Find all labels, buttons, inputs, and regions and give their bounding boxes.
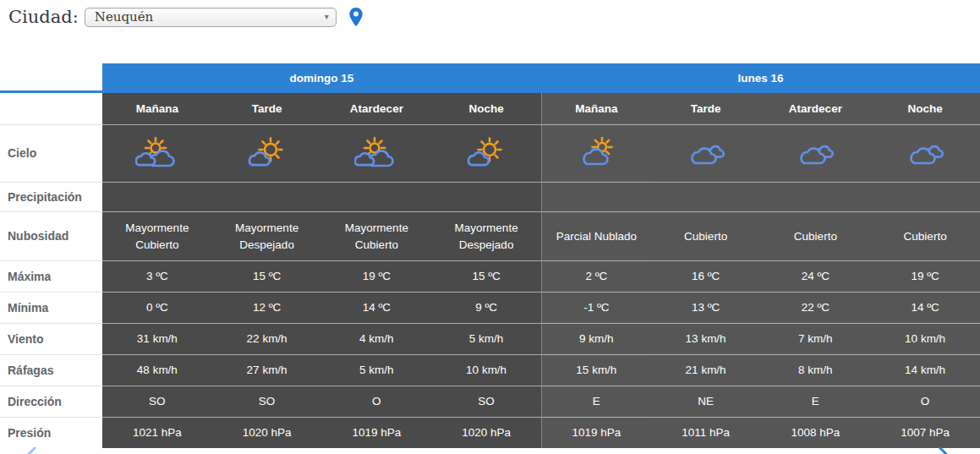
city-label: Ciudad: — [8, 7, 79, 27]
forecast-cell: E — [541, 386, 651, 417]
forecast-cell: 0 ºC — [102, 292, 212, 323]
forecast-cell: 22 km/h — [212, 323, 322, 354]
forecast-cell: 14 km/h — [870, 354, 980, 386]
forecast-cell: 4 km/h — [322, 323, 432, 354]
forecast-cell — [431, 124, 541, 182]
day-header-2: lunes 16 — [541, 63, 980, 93]
time-header-cell: Tarde — [212, 93, 322, 124]
row-label-nubosidad: Nubosidad — [0, 211, 102, 260]
forecast-cell: E — [761, 386, 871, 417]
forecast-cell — [541, 124, 651, 182]
row-label-viento: Viento — [0, 323, 102, 354]
forecast-cell: 14 ºC — [322, 292, 432, 323]
forecast-cell: 27 km/h — [212, 354, 322, 386]
cloudy-icon — [684, 137, 728, 171]
forecast-table: domingo 15lunes 16MañanaTardeAtardecerNo… — [0, 63, 980, 448]
time-header-cell: Mañana — [541, 93, 651, 124]
forecast-cell: 21 km/h — [651, 354, 761, 386]
city-select[interactable]: Neuquén ▾ — [85, 8, 337, 27]
forecast-cell: 14 ºC — [870, 292, 980, 323]
row-label-minima: Mínima — [0, 292, 102, 323]
forecast-cell: 9 ºC — [431, 292, 541, 323]
forecast-cell — [651, 182, 761, 211]
forecast-cell: 5 km/h — [322, 354, 432, 386]
forecast-cell: 10 km/h — [870, 323, 980, 354]
forecast-cell — [322, 124, 432, 182]
forecast-cell: 48 km/h — [102, 354, 212, 386]
forecast-cell: Parcial Nublado — [541, 211, 651, 260]
forecast-cell: SO — [212, 386, 322, 417]
row-label-rafagas: Ráfagas — [0, 354, 102, 386]
time-header-cell: Atardecer — [322, 93, 432, 124]
chevron-left-icon[interactable] — [25, 446, 37, 454]
forecast-cell: 1020 hPa — [212, 417, 322, 448]
forecast-cell — [102, 182, 212, 211]
mostly-clear-icon — [245, 137, 289, 171]
mostly-cloudy-icon — [354, 137, 398, 171]
table-corner-cell — [0, 63, 102, 93]
time-header-cell: Atardecer — [761, 93, 871, 124]
row-label-presion: Presión — [0, 417, 102, 448]
forecast-cell — [541, 182, 651, 211]
time-header-cell: Noche — [870, 93, 980, 124]
time-header-cell: Noche — [431, 93, 541, 124]
row-label-direccion: Dirección — [0, 386, 102, 417]
forecast-cell: 19 ºC — [870, 260, 980, 292]
forecast-cell: Cubierto — [761, 211, 871, 260]
time-header-label-cell — [0, 93, 102, 124]
forecast-cell — [431, 182, 541, 211]
forecast-cell — [651, 124, 761, 182]
forecast-cell: O — [870, 386, 980, 417]
forecast-cell: 24 ºC — [761, 260, 871, 292]
forecast-cell: 22 ºC — [761, 292, 871, 323]
chevron-right-icon[interactable] — [938, 446, 950, 454]
location-pin-icon[interactable] — [348, 7, 364, 28]
forecast-cell: 12 ºC — [212, 292, 322, 323]
city-select-value: Neuquén — [95, 9, 153, 25]
forecast-cell: Cubierto — [651, 211, 761, 260]
forecast-cell: 15 km/h — [541, 354, 651, 386]
forecast-cell: 1019 hPa — [541, 417, 651, 448]
forecast-cell: Mayormente Despejado — [431, 211, 541, 260]
forecast-cell: 5 km/h — [431, 323, 541, 354]
forecast-cell: SO — [431, 386, 541, 417]
cloudy-icon — [903, 137, 947, 171]
forecast-cell: Cubierto — [870, 211, 980, 260]
forecast-cell — [761, 182, 871, 211]
forecast-cell: 31 km/h — [102, 323, 212, 354]
forecast-cell: 19 ºC — [322, 260, 432, 292]
forecast-cell: 10 km/h — [431, 354, 541, 386]
forecast-cell: 7 km/h — [761, 323, 871, 354]
forecast-cell: 2 ºC — [541, 260, 651, 292]
chevron-down-icon: ▾ — [325, 13, 329, 21]
forecast-cell: O — [322, 386, 432, 417]
forecast-cell — [102, 124, 212, 182]
partly-cloudy-icon — [574, 137, 618, 171]
forecast-cell: 16 ºC — [651, 260, 761, 292]
forecast-cell: Mayormente Cubierto — [102, 211, 212, 260]
forecast-cell: 3 ºC — [102, 260, 212, 292]
time-header-cell: Mañana — [102, 93, 212, 124]
row-label-cielo: Cielo — [0, 124, 102, 182]
row-label-maxima: Máxima — [0, 260, 102, 292]
forecast-cell — [761, 124, 871, 182]
cloudy-icon — [793, 137, 837, 171]
forecast-cell — [212, 124, 322, 182]
forecast-cell: 1008 hPa — [761, 417, 871, 448]
mostly-clear-icon — [464, 137, 508, 171]
forecast-cell — [212, 182, 322, 211]
city-selector-bar: Ciudad: Neuquén ▾ — [8, 4, 364, 30]
forecast-cell: 15 ºC — [431, 260, 541, 292]
forecast-cell — [870, 124, 980, 182]
forecast-cell: 1019 hPa — [322, 417, 432, 448]
forecast-cell: 8 km/h — [761, 354, 871, 386]
forecast-cell — [870, 182, 980, 211]
forecast-cell: 13 km/h — [651, 323, 761, 354]
forecast-cell: Mayormente Cubierto — [322, 211, 432, 260]
forecast-cell: 15 ºC — [212, 260, 322, 292]
forecast-cell: 13 ºC — [651, 292, 761, 323]
forecast-cell: SO — [102, 386, 212, 417]
forecast-cell: 1007 hPa — [870, 417, 980, 448]
forecast-cell — [322, 182, 432, 211]
day-header-1: domingo 15 — [102, 63, 541, 93]
